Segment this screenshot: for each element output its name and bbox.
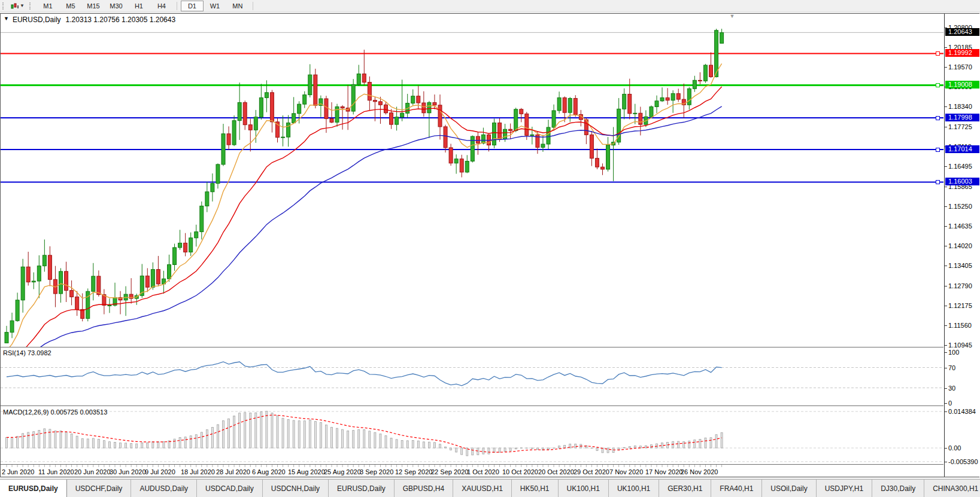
- axis-tick-label: 1.11560: [948, 322, 972, 329]
- chart-tab-eurusd-daily[interactable]: EURUSD,Daily: [0, 480, 67, 497]
- line-anchor-handle[interactable]: [936, 180, 940, 184]
- candle: [216, 164, 220, 184]
- macd-histogram-bar: [44, 429, 45, 448]
- macd-histogram-bar: [385, 436, 387, 448]
- macd-histogram-bar: [353, 431, 354, 448]
- mt4-terminal: { "icons": {"dropdown": "▼", "title_care…: [0, 0, 980, 497]
- timeframe-button-h1[interactable]: H1: [128, 1, 150, 11]
- macd-histogram-bar: [401, 440, 403, 448]
- candle: [401, 113, 404, 117]
- candle: [211, 184, 214, 192]
- date-axis[interactable]: 2 Jun 202011 Jun 202020 Jun 202030 Jun 2…: [1, 465, 943, 477]
- axis-tick-label: 70: [948, 364, 955, 371]
- candle: [292, 114, 296, 123]
- date-axis-label: 10 Oct 2020: [502, 468, 538, 475]
- chart-tab-usdchf-daily[interactable]: USDCHF,Daily: [67, 480, 132, 497]
- pane-separator[interactable]: [1, 464, 943, 465]
- timeframe-button-d1[interactable]: D1: [181, 1, 204, 11]
- macd-histogram-bar: [211, 428, 213, 448]
- candle: [308, 75, 312, 94]
- chart-tab-hk50-h1[interactable]: HK50,H1: [512, 480, 559, 497]
- candle: [384, 105, 388, 112]
- line-anchor-handle[interactable]: [936, 116, 940, 120]
- candle: [633, 113, 637, 114]
- macd-histogram-bar: [390, 438, 392, 448]
- axis-tick-label: 1.15250: [948, 203, 972, 210]
- candle: [703, 65, 707, 81]
- chart-tab-usoil-daily[interactable]: USOil,Daily: [762, 480, 816, 497]
- chart-tab-eurusd-daily[interactable]: EURUSD,Daily: [329, 480, 395, 497]
- macd-histogram-bar: [623, 447, 625, 448]
- chart-tab-gbpusd-h4[interactable]: GBPUSD,H4: [395, 480, 453, 497]
- axis-tick-mark: [945, 206, 947, 207]
- macd-chart-canvas[interactable]: [1, 407, 943, 464]
- macd-histogram-bar: [433, 443, 435, 448]
- macd-histogram-bar: [201, 432, 202, 448]
- chart-type-button[interactable]: ▼: [10, 2, 26, 10]
- timeframe-button-mn[interactable]: MN: [226, 1, 249, 11]
- chevron-down-icon[interactable]: ▼: [20, 3, 25, 8]
- macd-histogram-bar: [688, 441, 690, 448]
- macd-histogram-bar: [477, 448, 479, 455]
- date-axis-label: 11 Jun 2020: [38, 468, 74, 475]
- candle: [373, 100, 377, 102]
- macd-histogram-bar: [244, 413, 246, 448]
- pane-separator[interactable]: [1, 405, 943, 406]
- macd-histogram-bar: [472, 448, 474, 455]
- toolbar-separator: [177, 2, 177, 10]
- price-chart-canvas[interactable]: [1, 24, 943, 347]
- price-line-badge: 1.20643: [945, 28, 979, 36]
- collapse-caret-icon[interactable]: ▼: [4, 16, 9, 24]
- chart-tab-xauusd-h1[interactable]: XAUUSD,H1: [453, 480, 512, 497]
- timeframe-button-m1[interactable]: M1: [37, 1, 59, 11]
- candle: [351, 84, 355, 111]
- macd-histogram-bar: [678, 441, 679, 448]
- chart-tab-ger30-h1[interactable]: GER30,H1: [659, 480, 711, 497]
- line-anchor-handle[interactable]: [936, 83, 940, 87]
- timeframe-button-m15[interactable]: M15: [82, 1, 105, 11]
- chart-tab-dj30-daily[interactable]: DJ30,Daily: [872, 480, 924, 497]
- candle: [530, 135, 534, 135]
- timeframe-button-m5[interactable]: M5: [59, 1, 82, 11]
- candle: [454, 159, 458, 163]
- line-anchor-handle[interactable]: [936, 148, 940, 152]
- candle: [493, 123, 496, 145]
- chart-tab-china300-h1[interactable]: CHINA300,H1: [924, 480, 980, 497]
- chart-tab-uk100-h1[interactable]: UK100,H1: [559, 480, 609, 497]
- chart-tab-usdcad-daily[interactable]: USDCAD,Daily: [197, 480, 263, 497]
- rsi-chart-canvas[interactable]: [1, 348, 943, 405]
- macd-histogram-bar: [223, 421, 224, 448]
- axis-tick-mark: [945, 286, 947, 286]
- toolbar-grip[interactable]: [29, 2, 34, 10]
- macd-histogram-bar: [428, 442, 430, 448]
- candle: [65, 272, 68, 291]
- macd-histogram-bar: [423, 442, 424, 448]
- macd-histogram-bar: [645, 446, 647, 448]
- candle: [595, 158, 599, 167]
- axis-tick-label: 1.10945: [948, 342, 972, 349]
- candle: [427, 102, 431, 112]
- chart-tab-fra40-h1[interactable]: FRA40,H1: [711, 480, 762, 497]
- macd-histogram-bar: [304, 421, 305, 448]
- macd-histogram-bar: [250, 413, 251, 448]
- candle: [324, 99, 328, 118]
- pane-separator[interactable]: [1, 347, 943, 347]
- price-line-badge: 1.17998: [945, 114, 979, 121]
- timeframe-button-w1[interactable]: W1: [204, 1, 226, 11]
- macd-histogram-bar: [699, 440, 701, 448]
- chart-tab-audusd-daily[interactable]: AUDUSD,Daily: [131, 480, 197, 497]
- axis-tick-label: 1.13405: [948, 262, 972, 269]
- chart-tab-usdjpy-h1[interactable]: USDJPY,H1: [817, 480, 872, 497]
- timeframe-button-m30[interactable]: M30: [105, 1, 128, 11]
- chart-shift-marker-icon[interactable]: ▼: [730, 14, 735, 19]
- candle: [178, 243, 182, 248]
- axis-tick-label: 1.16495: [948, 163, 972, 170]
- axis-tick-mark: [945, 266, 947, 266]
- chart-tab-usdcnh-daily[interactable]: USDCNH,Daily: [263, 480, 329, 497]
- line-anchor-handle[interactable]: [936, 51, 940, 56]
- chart-tab-uk100-h1[interactable]: UK100,H1: [609, 480, 659, 497]
- candle: [303, 95, 307, 105]
- toolbar-grip[interactable]: [2, 2, 7, 10]
- price-axis[interactable]: 1.208001.201851.195701.189551.183401.177…: [944, 14, 980, 477]
- timeframe-button-h4[interactable]: H4: [150, 1, 173, 11]
